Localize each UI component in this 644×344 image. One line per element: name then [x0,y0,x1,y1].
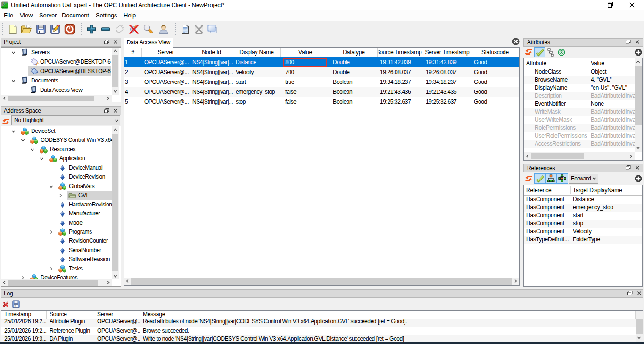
svg-text:expert: expert [2,6,8,8]
svg-text:UA: UA [2,2,7,5]
